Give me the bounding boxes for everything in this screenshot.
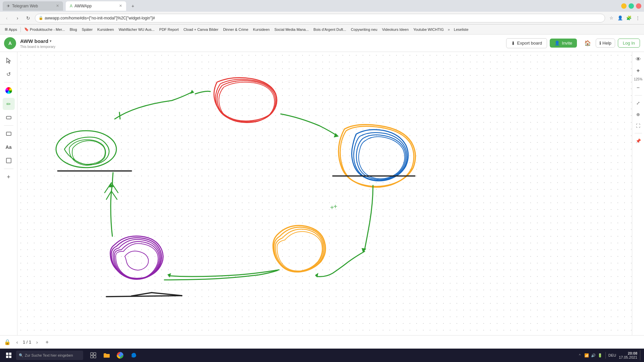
board-name-button[interactable]: AWW board ▾ [19, 38, 57, 45]
tray-battery-icon[interactable]: 🔋 [597, 353, 603, 358]
bookmark-kursideen-1[interactable]: Kursideen [95, 27, 116, 32]
bookmark-apps[interactable]: ⊞ Apps [3, 26, 19, 32]
aww-logo: A [4, 37, 16, 49]
bookmark-star-icon[interactable]: ☆ [608, 14, 615, 22]
shape-tool-button[interactable] [3, 128, 15, 140]
pen-tool-button[interactable]: ✏ [3, 98, 15, 110]
login-button[interactable]: Log In [618, 39, 640, 48]
forward-button[interactable]: › [13, 14, 21, 22]
tray-network-icon[interactable]: 📶 [584, 353, 589, 358]
new-tab-button[interactable]: + [129, 2, 137, 10]
undo-button[interactable]: ↺ [3, 68, 15, 80]
close-button[interactable] [636, 3, 641, 9]
add-element-button[interactable]: + [3, 171, 15, 183]
tab-telegram[interactable]: ✈ Telegram Web ✕ [3, 1, 63, 11]
page-indicator: 1 / 1 [23, 340, 31, 345]
reload-button[interactable]: ↻ [24, 14, 32, 22]
pin-button[interactable]: 📌 [634, 136, 643, 145]
taskbar-clock[interactable]: 20:08 17.05.2021 [619, 351, 637, 359]
bookmark-cload[interactable]: Cload + Canva Bilder [181, 27, 220, 32]
help-icon: ℹ [599, 41, 601, 46]
taskbar-right: ^ 📶 🔊 🔋 DEU 20:08 17.05.2021 [577, 350, 641, 360]
svg-rect-21 [94, 356, 96, 358]
url-bar[interactable]: 🔒 awwapp.com/home#dis=["no-init-modal"]%… [35, 14, 605, 22]
export-board-button[interactable]: ⬇ Export board [506, 38, 547, 48]
svg-marker-10 [167, 273, 171, 278]
bookmark-produktsuche[interactable]: 🔖 Produktsuche - Mer... [22, 26, 67, 32]
tab-telegram-close[interactable]: ✕ [56, 4, 59, 8]
svg-rect-14 [6, 353, 8, 355]
taskbar-search-bar[interactable]: 🔍 Zur Suche Text hier eingeben [16, 351, 83, 360]
page-navigation: ‹ 1 / 1 › [13, 339, 41, 346]
next-page-button[interactable]: › [33, 339, 41, 346]
system-tray: ^ 📶 🔊 🔋 [577, 353, 603, 358]
window-controls [621, 3, 641, 9]
left-toolbar: ↺ ✏ Aa + [0, 52, 17, 335]
bookmark-spater[interactable]: Später [80, 27, 95, 32]
canvas-area[interactable]: + + [17, 52, 632, 335]
text-tool-button[interactable]: Aa [3, 141, 15, 153]
tab-aww-label: AWWApp [74, 4, 92, 8]
taskbar-edge-button[interactable] [127, 349, 140, 361]
bookmark-copywriting[interactable]: Copywriting neu [349, 27, 379, 32]
bookmark-kursideen-2[interactable]: Kursideen [251, 27, 272, 32]
tab-aww-close[interactable]: ✕ [119, 4, 122, 8]
bookmark-icon-1: 🔖 [24, 27, 29, 32]
visibility-toggle-button[interactable]: 👁 [634, 55, 643, 64]
minimize-button[interactable] [621, 3, 627, 9]
bookmark-dinner[interactable]: Dinner & Crime [221, 27, 250, 32]
sticky-note-button[interactable] [3, 155, 15, 167]
bookmark-videokurs[interactable]: Videokurs Ideen [380, 27, 411, 32]
eraser-tool-button[interactable] [3, 111, 15, 123]
select-tool-button[interactable] [3, 55, 15, 67]
fullscreen-button[interactable]: ⛶ [634, 121, 643, 130]
invite-person-icon: 👤 [554, 41, 560, 46]
windows-taskbar: 🔍 Zur Suche Text hier eingeben [0, 349, 644, 362]
svg-rect-18 [91, 353, 93, 355]
login-label: Log In [623, 41, 635, 46]
fit-screen-button[interactable]: ⤢ [634, 98, 643, 108]
add-page-button[interactable]: + [43, 339, 51, 346]
bookmark-wahlfacher[interactable]: Wahlfächer WU Aus... [117, 27, 157, 32]
zoom-out-button[interactable]: − [634, 83, 643, 93]
extension-icon[interactable]: 🧩 [625, 14, 633, 22]
more-bookmarks-button[interactable]: » [446, 27, 451, 32]
invite-label: Invite [562, 41, 572, 46]
bookmark-leseliste[interactable]: Leseliste [452, 27, 470, 32]
tab-telegram-label: Telegram Web [12, 4, 38, 8]
back-button[interactable]: ‹ [3, 14, 11, 22]
help-button[interactable]: ℹ Help [596, 39, 615, 48]
zoom-in-button[interactable]: + [634, 66, 643, 75]
bookmark-bois[interactable]: Bois d'Argent Duft... [312, 27, 348, 32]
app-toolbar: A AWW board ▾ This board is temporary ⬇ … [0, 35, 644, 52]
tool-separator-1 [4, 82, 13, 82]
show-desktop-button[interactable] [640, 350, 641, 360]
invite-button[interactable]: 👤 Invite [550, 39, 577, 48]
bookmark-pdf-report[interactable]: PDF Report [157, 27, 181, 32]
address-actions: ☆ 👤 🧩 ⋮ [608, 14, 641, 22]
prev-page-button[interactable]: ‹ [13, 339, 21, 346]
taskbar-items [87, 349, 140, 361]
profile-icon[interactable]: 👤 [616, 14, 624, 22]
taskbar-chrome-button[interactable] [114, 349, 126, 361]
bookmark-social[interactable]: Social Media Mana... [272, 27, 311, 32]
pan-tool-button[interactable]: ⊕ [634, 110, 643, 119]
bookmark-youtube[interactable]: Youtube WICHTIG [411, 27, 446, 32]
export-download-icon: ⬇ [511, 41, 515, 46]
bookmark-blog[interactable]: Blog [68, 27, 79, 32]
tray-separator [605, 352, 606, 359]
color-picker-button[interactable] [3, 84, 15, 97]
svg-rect-20 [91, 356, 93, 358]
tray-arrow-icon[interactable]: ^ [577, 353, 583, 358]
home-button[interactable]: 🏠 [582, 38, 593, 49]
tray-volume-icon[interactable]: 🔊 [591, 353, 596, 358]
tab-aww[interactable]: A AWWApp ✕ [66, 1, 126, 11]
taskbar-file-explorer-button[interactable] [101, 349, 113, 361]
maximize-button[interactable] [629, 3, 634, 9]
taskbar-search-placeholder: Zur Suche Text hier eingeben [25, 353, 73, 357]
svg-rect-1 [6, 132, 11, 135]
right-toolbar-separator-1 [635, 95, 642, 96]
taskbar-task-view-button[interactable] [87, 349, 99, 361]
more-options-icon[interactable]: ⋮ [634, 14, 641, 22]
start-menu-button[interactable] [3, 349, 15, 361]
